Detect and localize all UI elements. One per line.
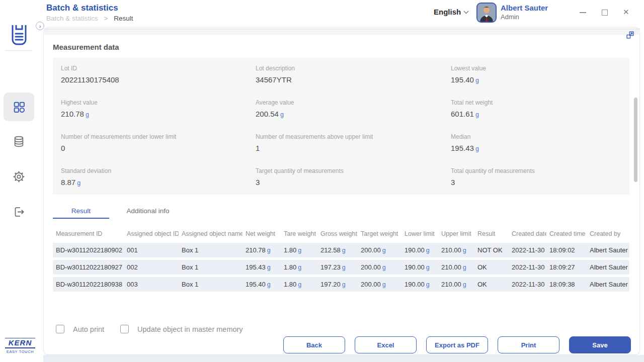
table-cell: 18:09:27 — [546, 263, 587, 271]
window-minimize-button[interactable] — [580, 12, 586, 13]
unit-label: g — [426, 281, 430, 288]
field: Average value200.54g — [248, 92, 443, 126]
bottom-strip — [43, 355, 644, 362]
sidebar-item-logout[interactable] — [4, 198, 34, 226]
unit-label: g — [475, 145, 479, 152]
page-title: Batch & statistics — [46, 3, 118, 13]
content-card: Measurement data Lot ID20221130175408Lot… — [43, 27, 640, 355]
breadcrumb-parent[interactable]: Batch & statistics — [46, 15, 98, 22]
field-label: Highest value — [61, 99, 248, 106]
avatar[interactable] — [476, 3, 497, 23]
excel-button[interactable]: Excel — [355, 336, 417, 353]
vertical-scrollbar-thumb[interactable] — [634, 98, 637, 182]
section-title: Measurement data — [53, 43, 119, 51]
save-button[interactable]: Save — [569, 336, 631, 353]
breadcrumb-current: Result — [114, 15, 133, 22]
field: Lowest value195.40g — [443, 58, 629, 92]
update-object-option[interactable]: Update object in master memory — [120, 325, 243, 333]
field-value: 8.87g — [61, 178, 248, 187]
column-header: Lower limit — [401, 230, 438, 237]
language-label: English — [434, 8, 461, 16]
table-cell: 200.00g — [358, 263, 401, 271]
column-header: Created time — [546, 230, 587, 237]
table-cell: 2022-11-30 — [509, 281, 546, 288]
table-cell: 190.00g — [401, 281, 438, 288]
sidebar-item-database[interactable] — [4, 127, 34, 156]
table-cell: OK — [474, 263, 509, 271]
user-photo — [477, 4, 496, 22]
field: Total quantity of measurements3 — [443, 160, 629, 195]
language-selector[interactable]: English — [434, 8, 469, 16]
field-value: 601.61g — [451, 110, 629, 118]
window-close-button[interactable]: ✕ — [623, 8, 629, 17]
table-cell: 002 — [124, 263, 179, 271]
table-cell: Albert Sauter — [587, 281, 629, 288]
sidebar-item-settings[interactable] — [4, 162, 34, 191]
expand-icon — [626, 31, 634, 39]
table-header-row: Measurement IDAssigned object IDAssigned… — [53, 225, 629, 243]
table-cell: Box 1 — [179, 263, 243, 271]
field-value: 195.43g — [451, 144, 629, 152]
column-header: Upper limit — [438, 230, 474, 237]
field-value: 210.78g — [61, 110, 248, 118]
column-header: Result — [474, 230, 509, 237]
auto-print-option[interactable]: Auto print — [56, 325, 104, 333]
expand-panel-button[interactable] — [626, 31, 635, 40]
window-maximize-button[interactable] — [602, 10, 608, 16]
unit-label: g — [382, 264, 386, 271]
user-name[interactable]: Albert Sauter — [501, 4, 548, 12]
field-value: 3 — [256, 178, 443, 187]
field-label: Total quantity of measurements — [451, 167, 629, 174]
action-buttons: Back Excel Export as PDF Print Save — [283, 336, 631, 353]
table-row[interactable]: BD-w30112022180927002Box 1195.43g1.80g19… — [53, 260, 629, 275]
field-value: 34567YTR — [256, 75, 443, 84]
table-cell: 197.23g — [317, 263, 358, 271]
table-cell: 200.00g — [358, 281, 401, 288]
update-object-label: Update object in master memory — [137, 325, 243, 333]
table-cell: 2022-11-30 — [509, 246, 546, 254]
breadcrumb-separator-icon: > — [104, 15, 108, 22]
field: Target quantity of measurements3 — [248, 160, 443, 195]
table-cell: OK — [474, 281, 509, 288]
unit-label: g — [267, 281, 271, 288]
sidebar-item-apps[interactable] — [4, 93, 34, 121]
table-cell: 210.00g — [438, 281, 474, 288]
unit-label: g — [280, 111, 284, 118]
column-header: Tare weight — [281, 230, 317, 237]
update-object-checkbox[interactable] — [120, 325, 129, 333]
table-cell: Albert Sauter — [587, 246, 629, 254]
table-cell: 18:09:02 — [546, 246, 587, 254]
field: Lot description34567YTR — [248, 58, 443, 92]
unit-label: g — [86, 111, 89, 118]
top-bar: Batch & statistics Batch & statistics > … — [0, 0, 644, 25]
unit-label: g — [463, 281, 466, 288]
field-label: Target quantity of measurements — [256, 167, 443, 174]
table-row[interactable]: BD-w30112022180902001Box 1210.78g1.80g21… — [53, 243, 629, 257]
tab-additional-info[interactable]: Additional info — [115, 203, 181, 219]
column-header: Assigned object ID — [124, 230, 179, 237]
unit-label: g — [342, 281, 346, 288]
column-header: Gross weight — [317, 230, 358, 237]
auto-print-checkbox[interactable] — [56, 325, 64, 333]
table-cell: BD-w30112022180927 — [53, 263, 124, 271]
field-label: Lowest value — [451, 65, 629, 72]
table-cell: 190.00g — [401, 246, 438, 254]
unit-label: g — [426, 247, 430, 254]
tabs: Result Additional info — [53, 203, 181, 219]
table-row[interactable]: BD-w30112022180938003Box 1195.40g1.80g19… — [53, 277, 629, 292]
print-button[interactable]: Print — [498, 336, 559, 353]
breadcrumb: Batch & statistics > Result — [46, 15, 133, 22]
table-cell: 210.00g — [438, 263, 474, 271]
table-cell: 210.78g — [243, 246, 281, 254]
column-header: Created by — [587, 230, 629, 237]
unit-label: g — [267, 264, 271, 271]
logout-icon — [12, 205, 26, 219]
field-label: Lot description — [256, 65, 443, 72]
back-button[interactable]: Back — [283, 336, 345, 353]
sidebar-divider — [5, 50, 32, 51]
apps-grid-icon — [12, 100, 26, 114]
field-label: Standard deviation — [61, 167, 248, 174]
sidebar-expand-button[interactable]: › — [36, 22, 44, 30]
export-pdf-button[interactable]: Export as PDF — [426, 336, 488, 353]
tab-result[interactable]: Result — [53, 203, 109, 219]
